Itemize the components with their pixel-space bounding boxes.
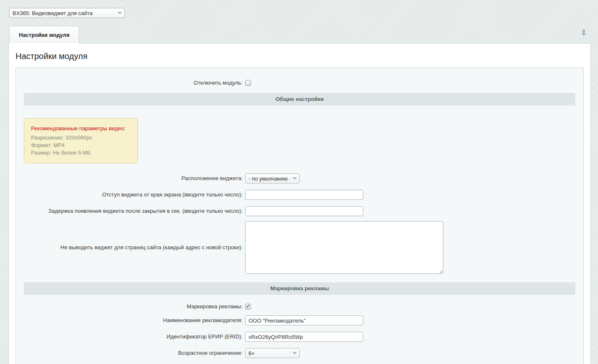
widget-position-select[interactable]: - по умолчанию - <box>245 173 300 183</box>
age-restriction-select[interactable]: 6+ <box>245 348 300 358</box>
age-restriction-label: Возрастное ограничение: <box>16 350 245 356</box>
widget-position-select-wrap: - по умолчанию - <box>245 173 300 183</box>
tab-label: Настройки модуля <box>19 32 70 38</box>
widget-position-label: Расположение виджета: <box>16 175 245 182</box>
row-disable-module: Отключить модуль: <box>16 78 583 88</box>
note-line-resolution: Разрешение: 320x560px <box>31 134 131 142</box>
widget-offset-input[interactable] <box>245 190 363 200</box>
row-widget-position: Расположение виджета: - по умолчанию - <box>16 173 583 184</box>
advertiser-name-label: Наименование рекламодателя: <box>16 317 245 324</box>
ads-marking-checkbox[interactable] <box>245 304 251 310</box>
page-title: Настройки модуля <box>16 50 590 62</box>
module-version-select-wrap: BX365: Видеовиджет для сайта <box>9 8 125 18</box>
content-panel: Настройки модуля Отключить модуль: Общие… <box>8 43 591 364</box>
exclude-pages-label: Не выводить виджет для страниц сайта (ка… <box>16 244 245 251</box>
erid-input[interactable] <box>245 332 363 342</box>
row-erid: Идентификатор ЕРИР (ERID): <box>16 331 583 342</box>
row-widget-offset: Отступ виджета от края экрана (вводите т… <box>16 189 583 200</box>
note-line-format: Формат: MP4 <box>31 142 131 149</box>
ads-marking-label: Маркировка рекламы: <box>16 303 245 310</box>
row-ads-marking: Маркировка рекламы: <box>16 302 583 312</box>
note-title: Рекомендованные параметры видео: <box>31 125 131 132</box>
video-recommendations-note: Рекомендованные параметры видео: Разреше… <box>24 118 138 163</box>
module-settings-form: Отключить модуль: Общие настройки Рекоме… <box>16 67 584 364</box>
pin-icon[interactable] <box>581 29 587 40</box>
tab-module-settings[interactable]: Настройки модуля <box>9 26 79 44</box>
row-widget-delay: Задержка появления виджета после закрыти… <box>16 206 583 217</box>
widget-offset-label: Отступ виджета от края экрана (вводите т… <box>16 191 245 198</box>
erid-label: Идентификатор ЕРИР (ERID): <box>16 333 245 340</box>
disable-module-label: Отключить модуль: <box>16 80 245 86</box>
age-restriction-select-wrap: 6+ <box>245 348 300 358</box>
row-exclude-pages: Не выводить виджет для страниц сайта (ка… <box>16 221 583 274</box>
row-advertiser-name: Наименование рекламодателя: <box>16 315 583 326</box>
row-age-restriction: Возрастное ограничение: 6+ <box>16 348 583 359</box>
disable-module-checkbox[interactable] <box>245 80 251 86</box>
widget-delay-label: Задержка появления виджета после закрыти… <box>16 208 245 214</box>
widget-delay-input[interactable] <box>245 206 363 216</box>
exclude-pages-textarea[interactable] <box>245 221 443 274</box>
note-line-size: Размер: Не более 5 МБ <box>31 149 131 157</box>
module-version-select[interactable]: BX365: Видеовиджет для сайта <box>9 8 125 18</box>
advertiser-name-input[interactable] <box>245 315 363 325</box>
section-header-general: Общие настройки <box>24 93 575 106</box>
section-header-ads: Маркировка рекламы <box>24 282 575 295</box>
